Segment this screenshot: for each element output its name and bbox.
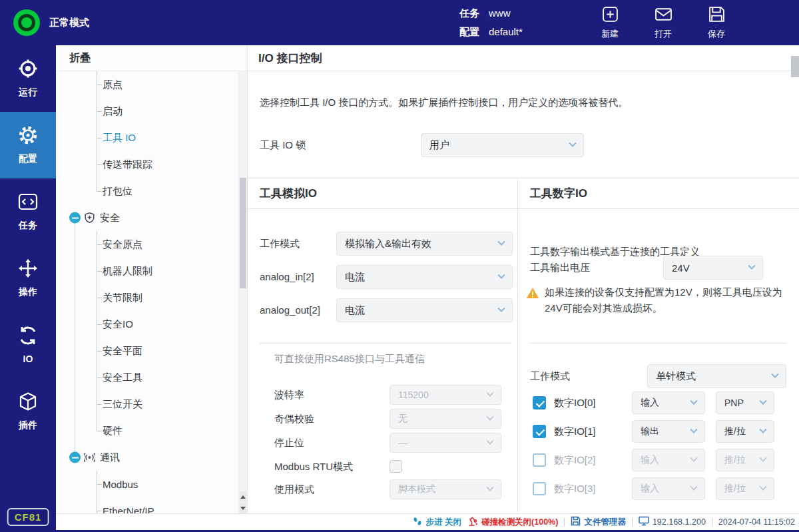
tree-item-label: 启动 [103,105,123,118]
mode-label: 正常模式 [49,17,89,29]
chevron-down-icon [690,398,697,405]
select-value: 推/拉 [724,454,746,466]
open-button-label: 打开 [655,28,672,40]
tree-item-tool-io[interactable]: 工具 IO [56,125,247,151]
tree-item-three-position-switch[interactable]: 三位开关 [56,391,247,417]
tree-item-safety-plane[interactable]: 安全平面 [56,338,247,364]
digital-io-3-checkbox[interactable] [533,482,546,495]
move-icon [18,258,38,281]
baud-rate-label: 波特率 [274,385,304,405]
sidebar-item-io[interactable]: IO [0,312,56,378]
sidebar-item-task[interactable]: 任务 [0,178,56,245]
modbus-rtu-label: Modbus RTU模式 [274,457,353,477]
tree-item-safety[interactable]: 安全 [56,204,247,231]
page-title: I/O 接口控制 [248,45,799,71]
tree-item-safety-origin[interactable]: 安全原点 [56,231,247,258]
select-value: 脚本模式 [398,483,435,495]
tree-item-robot-limits[interactable]: 机器人限制 [56,258,247,284]
chevron-down-icon [569,140,576,147]
tree-item-ethernet-ip[interactable]: EtherNet/IP [56,497,247,513]
tree-item-modbus[interactable]: Modbus [56,471,247,497]
digital-io-0-type-select[interactable]: PNP [716,392,774,414]
scroll-up-icon[interactable] [240,491,246,502]
divider [632,518,633,527]
collapse-minus-icon[interactable] [69,452,81,463]
config-value[interactable]: default* [489,26,523,37]
sidebar-item-run[interactable]: 运行 [0,45,56,112]
select-value: 推/拉 [724,483,746,495]
sidebar-item-operate[interactable]: 操作 [0,245,56,312]
page-description: 选择控制工具 I/O 接口的方式。如果扩展插件控制接口，用户定义的选项将被替代。 [260,97,628,109]
digital-io-1-checkbox[interactable] [533,425,546,438]
mode-indicator: 正常模式 [0,9,89,36]
chevron-down-icon [759,426,766,433]
stop-bit-label: 停止位 [274,433,304,453]
tree-item-conveyor-tracking[interactable]: 传送带跟踪 [56,151,247,178]
digital-io-2-type-select: 推/拉 [716,449,774,471]
tree-item-label: 安全工具 [103,372,142,384]
divider [564,518,565,527]
gear-icon [18,125,38,148]
section-divider [530,343,787,344]
tool-voltage-select[interactable]: 24V [663,256,763,280]
open-button[interactable]: 打开 [645,5,682,40]
save-icon [708,5,726,26]
tree-scrollbar-thumb[interactable] [240,178,246,288]
file-manager-button[interactable]: 文件管理器 [571,516,626,528]
sidebar-item-label: 插件 [19,419,37,431]
sidebar-item-config[interactable]: 配置 [0,112,56,178]
tree-item-joint-limits[interactable]: 关节限制 [56,284,247,311]
tree-collapse-header[interactable]: 折叠 [56,45,247,71]
run-icon [18,59,38,81]
content-scrollbar-thumb[interactable] [791,56,799,77]
digital-io-3-type-select: 推/拉 [716,477,774,500]
digital-io-0-direction-select[interactable]: 输入 [632,392,705,414]
stop-bit-select: — [390,433,501,453]
chevron-down-icon [690,483,697,491]
scroll-down-icon[interactable] [240,503,246,513]
analog-in-select[interactable]: 电流 [336,265,513,289]
tree-item-label: Modbus [103,479,138,490]
file-manager-label: 文件管理器 [584,517,626,528]
select-value: 输入 [641,454,659,466]
analog-work-mode-select[interactable]: 模拟输入&输出有效 [336,232,513,256]
tree-item-startup[interactable]: 启动 [56,98,247,125]
select-value: — [398,437,407,448]
collision-detection-status[interactable]: 碰撞检测关闭(100%) [467,516,558,529]
new-button-label: 新建 [601,28,619,40]
tool-voltage-label: 工具输出电压 [530,256,590,280]
chevron-down-icon [759,398,766,405]
digital-io-1-direction-select[interactable]: 输出 [632,420,705,443]
digital-io-0-checkbox[interactable] [533,396,546,409]
digital-io-1-label: 数字IO[1] [554,420,596,443]
sidebar-item-plugin[interactable]: 插件 [0,378,56,445]
task-value[interactable]: www [489,7,511,19]
digital-io-2-checkbox[interactable] [533,453,546,467]
digital-io-1-type-select[interactable]: 推/拉 [716,420,774,443]
chevron-down-icon [748,262,755,270]
tool-io-lock-select[interactable]: 用户 [421,133,584,157]
collapse-minus-icon[interactable] [69,212,81,224]
code-icon [18,192,38,214]
broadcast-icon [84,452,95,463]
tree-scrollbar[interactable] [238,71,247,513]
tree-item-safety-io[interactable]: 安全IO [56,311,247,338]
chevron-down-icon [497,305,505,312]
tree-item-safety-tool[interactable]: 安全工具 [56,364,247,391]
step-mode-status[interactable]: 步进 关闭 [412,516,461,529]
analog-out-select[interactable]: 电流 [336,298,513,322]
tree-item-hardware[interactable]: 硬件 [56,417,247,444]
section-divider [260,343,512,344]
select-value: 单针模式 [656,370,696,383]
sidebar-item-label: 运行 [19,87,37,99]
select-value: 115200 [398,390,429,400]
digital-work-mode-select[interactable]: 单针模式 [647,364,786,388]
tree-item-pack-position[interactable]: 打包位 [56,178,247,204]
save-button[interactable]: 保存 [698,5,735,40]
tree-item-communication[interactable]: 通讯 [56,444,247,471]
shield-icon [84,212,95,224]
voltage-warning-text: 如果连接的设备仅支持配置为12V，则将工具电压设为24V可能会对其造成损坏。 [545,284,788,316]
floppy-disk-icon [571,516,581,528]
new-button[interactable]: 新建 [591,5,629,40]
tree-item-origin[interactable]: 原点 [56,71,247,98]
